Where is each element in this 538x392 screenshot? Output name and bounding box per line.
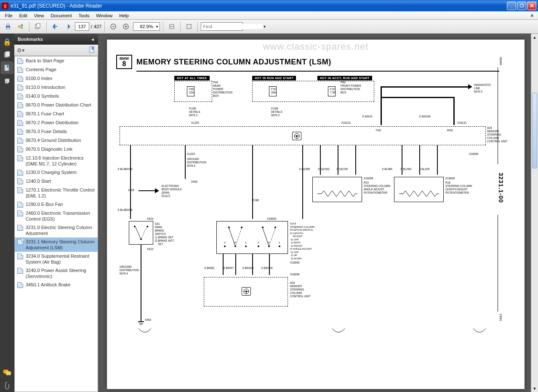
bookmark-icon [17,253,23,259]
scroll-thumb[interactable] [532,93,537,168]
svg-point-3 [18,25,21,28]
find-input[interactable] [201,24,263,29]
vertical-scrollbar[interactable]: ▲ ▼ [531,34,538,392]
zoom-input[interactable] [133,24,154,29]
find-box[interactable]: ▼ [201,22,243,31]
menu-view[interactable]: View [31,12,48,19]
mdi-close-button[interactable]: × [527,11,536,20]
bookmark-label: 3234.0 Supplemental Restraint System (Ai… [26,253,95,265]
lbl-x1229-top: X1229 [191,121,199,125]
bookmark-item[interactable]: 3240.0 Power Assist Steering (Servotroni… [15,266,98,280]
bookmark-item[interactable]: 3231.1 Memory Steering Clolumn Adjustmen… [15,237,98,252]
bookmark-item[interactable]: 1290.0 E-Box Fan [15,200,98,209]
minimize-button[interactable]: _ [507,2,516,10]
email-button[interactable] [15,21,26,32]
bookmarks-options-icon[interactable]: ⚙▾ [17,47,25,53]
bookmark-item[interactable]: 0670.0 Power Distribution Chart [15,101,98,109]
lbl-x18099: X18099 [469,152,478,156]
menu-edit[interactable]: Edit [16,12,31,19]
bookmark-item[interactable]: Contents Page [15,65,98,74]
bookmark-item[interactable]: 0100.0 Index [15,74,98,83]
print-button[interactable] [3,21,13,32]
bookmark-item[interactable]: 0670.4 Ground Distribution [15,136,98,145]
bookmark-item[interactable]: 0110.0 Introduction [15,83,98,92]
wiring-diagram: BMW 8 MEMORY STEERING COLUMN ADJUSTMENT … [107,55,525,389]
rail-attachments-icon[interactable] [1,379,13,392]
prev-page-button[interactable] [50,21,61,32]
bookmark-icon [17,211,23,216]
svg-text:2: 2 [224,241,226,244]
bookmark-icon [17,202,23,208]
scroll-down-icon[interactable]: ▼ [531,385,538,392]
zoom-dropdown-icon[interactable]: ▼ [154,25,160,29]
bookmark-icon [17,147,23,152]
bookmark-item[interactable]: 0670.2 Power Distribution [15,118,98,127]
close-button[interactable]: ✕ [527,2,536,10]
bookmarks-list[interactable]: Back to Start PageContents Page0100.0 In… [14,56,98,392]
svg-point-47 [279,245,280,247]
bookmark-item[interactable]: 1230.0 Charging System [15,168,98,177]
menu-document[interactable]: Document [47,12,75,19]
bookmark-item[interactable]: 1240.0 Start [15,177,98,186]
zoom-out-button[interactable] [108,21,119,32]
bookmark-label: 0670.5 Diagnostic Link [26,146,95,152]
bookmark-item[interactable]: 0670.1 Fuse Chart [15,109,98,118]
next-page-button[interactable] [62,21,73,32]
lbl-x18093a: X18093 [267,217,276,221]
rail-lock-icon[interactable]: 🔒 [1,35,13,48]
logo-bottom: 8 [123,61,126,67]
bookmarks-new-icon[interactable] [89,46,96,54]
svg-point-29 [134,226,136,227]
bookmark-label: 0670.2 Power Distribution [26,120,95,125]
bookmark-item[interactable]: 1270.1 Electronic Throttle Control (EML … [15,186,98,200]
maximize-button[interactable]: ❐ [517,2,526,10]
svg-rect-17 [6,51,10,56]
lbl-w-blbr: .5 BL/BR [381,168,392,171]
bookmark-item[interactable]: 0140.0 Symbols [15,92,98,101]
bookmark-item[interactable]: 2460.0 Electronic Transmission Control (… [15,209,98,223]
bookmark-item[interactable]: 3231.0 Electric Steering Column Adustmen… [15,223,98,237]
bookmark-label: 3450.1 Antilock Brake [26,282,95,288]
fit-page-button[interactable] [184,21,194,32]
menu-file[interactable]: File [2,12,16,19]
scroll-up-icon[interactable]: ▲ [531,34,538,41]
lbl-w-brrt: .5 BR/RT [223,267,234,270]
toolbar: / 427 ▼ ▼ [0,20,538,34]
svg-point-25 [296,135,298,137]
svg-rect-2 [7,27,9,29]
zoom-in-button[interactable] [120,21,131,32]
window-titlebar: ▯ e31_91.pdf (SECURED) - Adobe Reader _ … [0,0,538,11]
pages-button[interactable] [32,21,43,32]
fit-width-button[interactable] [166,21,177,32]
document-view[interactable]: www.classic-spares.net BMW 8 MEMORY STEE… [99,34,538,392]
rail-pages-icon[interactable] [1,48,13,61]
bookmarks-collapse-icon[interactable]: ◄ [91,37,95,42]
zoom-combo[interactable]: ▼ [133,22,160,31]
bookmark-icon [17,187,23,193]
page-number-input[interactable] [75,22,89,31]
lbl-x18131b: X18131 [457,121,466,125]
find-dropdown-icon[interactable]: ▼ [263,25,266,29]
lbl-w-gews: .5 GE/WS [317,168,330,171]
lbl-x18093b: X18093 [290,261,299,264]
bookmark-item[interactable]: 0670.5 Diagnostic Link [15,145,98,154]
bookmark-item[interactable]: Back to Start Page [15,56,98,65]
bookmarks-panel: Bookmarks ◄ ⚙▾ Back to Start PageContent… [14,34,99,392]
menu-window[interactable]: Window [93,12,116,19]
bookmark-icon [17,120,23,126]
menu-help[interactable]: Help [116,12,132,19]
menu-tools[interactable]: Tools [75,12,93,19]
bookmark-item[interactable]: 3450.1 Antilock Brake [15,280,98,289]
rail-signatures-icon[interactable] [1,75,13,87]
bookmark-icon [17,58,23,64]
bookmarks-toolbar: ⚙▾ [14,45,98,56]
bookmark-icon [17,268,23,274]
lbl-s119: S119 STEERING COLUMN POSITION SWITCH 3) … [290,222,314,260]
bookmark-item[interactable]: 3234.0 Supplemental Restraint System (Ai… [15,252,98,266]
rail-bookmarks-icon[interactable] [1,61,13,74]
bookmark-label: 2460.0 Electronic Transmission Control (… [26,210,95,222]
bookmark-item[interactable]: 0670.3 Fuse Details [15,127,98,136]
rail-comments-icon[interactable] [1,366,13,379]
bookmark-item[interactable]: 12.10.6 Injection Electronics (DME M1.7,… [15,154,98,168]
bmw-logo-box: BMW 8 [116,55,132,69]
